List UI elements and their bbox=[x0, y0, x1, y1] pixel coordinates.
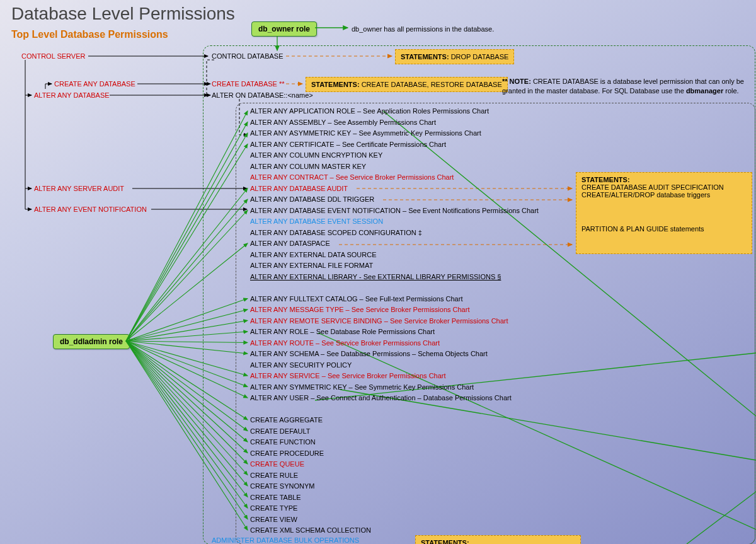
perm-row-7: ALTER ANY DATABASE AUDIT bbox=[250, 185, 348, 192]
perm-row-15: ALTER ANY EXTERNAL LIBRARY - See EXTERNA… bbox=[250, 273, 501, 281]
perm-row-14: ALTER ANY EXTERNAL FILE FORMAT bbox=[250, 262, 373, 269]
perm-row-4: ALTER ANY COLUMN ENCRYPTION KEY bbox=[250, 151, 382, 159]
perm-row-38: CREATE XML SCHEMA COLLECTION bbox=[250, 526, 371, 534]
perm-row-6: ALTER ANY CONTRACT – See Service Broker … bbox=[250, 173, 454, 181]
perm-row-17: ALTER ANY FULLTEXT CATALOG – See Full-te… bbox=[250, 295, 462, 303]
perm-row-28: CREATE AGGREGATE bbox=[250, 416, 323, 424]
perm-row-13: ALTER ANY EXTERNAL DATA SOURCE bbox=[250, 251, 377, 258]
perm-row-30: CREATE FUNCTION bbox=[250, 438, 316, 446]
perm-row-32: CREATE QUEUE bbox=[250, 460, 304, 468]
perm-row-20: ALTER ANY ROLE – See Database Role Permi… bbox=[250, 328, 435, 335]
perm-row-5: ALTER ANY COLUMN MASTER KEY bbox=[250, 163, 366, 170]
perm-administer-db-bulk-ops: ADMINISTER DATABASE BULK OPERATIONS bbox=[212, 536, 359, 544]
perm-alter-any-server-audit: ALTER ANY SERVER AUDIT bbox=[34, 185, 124, 192]
perm-row-26: ALTER ANY USER – See Connect and Authent… bbox=[250, 394, 512, 402]
perm-row-11: ALTER ANY DATABASE SCOPED CONFIGURATION … bbox=[250, 229, 422, 236]
perm-row-0: ALTER ANY APPLICATION ROLE – See Applica… bbox=[250, 107, 489, 115]
perm-row-22: ALTER ANY SCHEMA – See Database Permissi… bbox=[250, 350, 488, 357]
perm-row-37: CREATE VIEW bbox=[250, 516, 297, 523]
perm-row-25: ALTER ANY SYMMETRIC KEY – See Symmetric … bbox=[250, 383, 474, 391]
perm-create-any-database: CREATE ANY DATABASE bbox=[54, 80, 135, 88]
perm-row-29: CREATE DEFAULT bbox=[250, 427, 311, 435]
perm-row-34: CREATE SYNONYM bbox=[250, 482, 314, 490]
perm-row-19: ALTER ANY REMOTE SERVICE BINDING – See S… bbox=[250, 317, 508, 325]
perm-row-2: ALTER ANY ASYMMETRIC KEY – See Asymmetri… bbox=[250, 129, 481, 137]
perm-control-server: CONTROL SERVER bbox=[21, 52, 85, 60]
perm-row-3: ALTER ANY CERTIFICATE – See Certificate … bbox=[250, 141, 446, 148]
perm-row-8: ALTER ANY DATABASE DDL TRIGGER bbox=[250, 195, 374, 203]
page-title: Database Level Permissions bbox=[11, 4, 235, 24]
perm-row-21: ALTER ANY ROUTE – See Service Broker Per… bbox=[250, 339, 440, 347]
perm-row-31: CREATE PROCEDURE bbox=[250, 449, 324, 457]
perm-row-10: ALTER ANY DATABASE EVENT SESSION bbox=[250, 217, 383, 225]
perm-row-36: CREATE TYPE bbox=[250, 504, 297, 512]
perm-row-12: ALTER ANY DATASPACE bbox=[250, 240, 330, 247]
db-ddladmin-role-box: db_ddladmin role bbox=[53, 334, 130, 349]
perm-row-24: ALTER ANY SERVICE – See Service Broker P… bbox=[250, 372, 446, 379]
perm-row-9: ALTER ANY DATABASE EVENT NOTIFICATION – … bbox=[250, 207, 539, 214]
db-owner-role-box: db_owner role bbox=[251, 21, 317, 37]
perm-alter-any-database: ALTER ANY DATABASE bbox=[34, 91, 110, 99]
db-owner-caption: db_owner has all permissions in the data… bbox=[352, 25, 494, 33]
perm-row-18: ALTER ANY MESSAGE TYPE – See Service Bro… bbox=[250, 306, 469, 313]
perm-row-33: CREATE RULE bbox=[250, 472, 298, 479]
perm-row-23: ALTER ANY SECURITY POLICY bbox=[250, 361, 352, 369]
perm-row-35: CREATE TABLE bbox=[250, 494, 301, 501]
perm-alter-any-event-notification: ALTER ANY EVENT NOTIFICATION bbox=[34, 205, 147, 213]
perm-row-1: ALTER ANY ASSEMBLY – See Assembly Permis… bbox=[250, 119, 436, 126]
page-subtitle: Top Level Database Permissions bbox=[11, 29, 168, 40]
